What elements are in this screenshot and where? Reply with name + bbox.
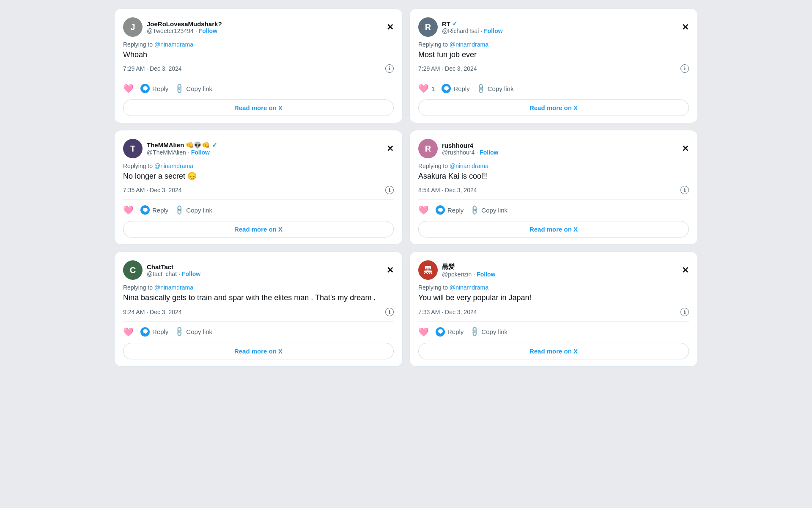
reply-svg: [143, 86, 148, 91]
separator: ·: [195, 28, 197, 34]
reply-bubble-icon: [140, 327, 150, 337]
tweet-card-4: R rushhour4 @rushhour4 · Follow ✕: [409, 130, 698, 245]
follow-button[interactable]: Follow: [182, 271, 200, 277]
tweet-meta: 7:33 AM · Dec 3, 2024 ℹ: [418, 308, 689, 316]
copy-link-action[interactable]: 🔗 Copy link: [175, 85, 212, 93]
user-info-group: 黒 黒髪 @pokerizin · Follow: [418, 260, 495, 280]
read-more-button[interactable]: Read more on X: [418, 343, 689, 359]
reply-bubble-icon: [442, 84, 451, 93]
handle-follow-row: @RichardTsai · Follow: [442, 28, 503, 34]
copy-link-action[interactable]: 🔗 Copy link: [175, 206, 212, 214]
verified-icon: ✓: [212, 141, 217, 149]
like-action[interactable]: 🩷: [418, 205, 429, 215]
link-icon: 🔗: [174, 204, 186, 216]
user-details: rushhour4 @rushhour4 · Follow: [442, 142, 498, 156]
avatar-initials: T: [123, 139, 143, 158]
copy-link-action[interactable]: 🔗 Copy link: [470, 328, 508, 336]
reply-action[interactable]: Reply: [140, 205, 168, 215]
timestamp: 7:29 AM · Dec 3, 2024: [123, 65, 182, 72]
verified-icon: ✓: [452, 20, 458, 28]
link-icon: 🔗: [475, 83, 487, 94]
follow-button[interactable]: Follow: [191, 149, 210, 156]
separator: ·: [178, 271, 180, 277]
copy-link-action[interactable]: 🔗 Copy link: [470, 206, 508, 214]
reply-action[interactable]: Reply: [436, 327, 464, 337]
tweet-card-3: T TheMMAlien 👊👽👊✓ @TheMMAlien · Follow: [114, 130, 403, 245]
tweet-text: Whoah: [123, 50, 394, 60]
reply-label: Reply: [447, 207, 464, 214]
copy-link-label: Copy link: [481, 207, 508, 214]
timestamp: 7:35 AM · Dec 3, 2024: [123, 187, 182, 193]
avatar[interactable]: R: [418, 17, 438, 37]
user-info-group: J JoeRoLovesaMudshark? @Tweeter123494 · …: [123, 17, 222, 37]
handle: @tact_chat: [147, 271, 177, 277]
user-details: TheMMAlien 👊👽👊✓ @TheMMAlien · Follow: [147, 141, 217, 156]
reply-action[interactable]: Reply: [140, 327, 168, 337]
info-icon[interactable]: ℹ: [680, 186, 689, 194]
x-logo-icon[interactable]: ✕: [387, 266, 394, 274]
copy-link-action[interactable]: 🔗 Copy link: [175, 328, 212, 336]
separator: ·: [188, 149, 189, 156]
like-action[interactable]: 🩷 1: [418, 83, 435, 94]
reply-svg: [143, 207, 148, 213]
reply-label: Reply: [152, 328, 168, 335]
like-action[interactable]: 🩷: [418, 327, 429, 337]
tweet-meta: 9:24 AM · Dec 3, 2024 ℹ: [123, 308, 394, 316]
action-bar: 🩷 Reply 🔗 Copy link: [418, 321, 689, 337]
x-logo-icon[interactable]: ✕: [682, 144, 689, 153]
x-logo-icon[interactable]: ✕: [682, 23, 689, 31]
link-icon: 🔗: [174, 326, 186, 338]
avatar[interactable]: J: [123, 17, 143, 37]
follow-button[interactable]: Follow: [480, 149, 498, 156]
avatar[interactable]: R: [418, 139, 438, 158]
like-action[interactable]: 🩷: [123, 205, 134, 215]
x-logo-icon[interactable]: ✕: [387, 144, 394, 153]
user-details: 黒髪 @pokerizin · Follow: [442, 263, 495, 278]
like-action[interactable]: 🩷: [123, 327, 134, 337]
reply-action[interactable]: Reply: [140, 84, 168, 93]
replying-to-handle: @ninamdrama: [154, 284, 193, 291]
action-bar: 🩷 Reply 🔗 Copy link: [418, 199, 689, 215]
user-info-group: C ChatTact @tact_chat · Follow: [123, 260, 200, 280]
info-icon[interactable]: ℹ: [680, 64, 689, 73]
avatar[interactable]: C: [123, 260, 143, 280]
heart-icon: 🩷: [418, 83, 429, 94]
copy-link-action[interactable]: 🔗 Copy link: [477, 85, 514, 93]
action-bar: 🩷 1 Reply 🔗 Copy link: [418, 78, 689, 94]
reply-action[interactable]: Reply: [436, 205, 464, 215]
display-name: TheMMAlien 👊👽👊✓: [147, 141, 217, 149]
x-logo-icon[interactable]: ✕: [387, 23, 394, 31]
follow-button[interactable]: Follow: [484, 28, 502, 34]
card-header: R rushhour4 @rushhour4 · Follow ✕: [418, 139, 689, 158]
read-more-button[interactable]: Read more on X: [123, 99, 394, 116]
avatar[interactable]: T: [123, 139, 143, 158]
heart-icon: 🩷: [123, 83, 134, 94]
reply-svg: [438, 329, 443, 334]
info-icon[interactable]: ℹ: [385, 186, 394, 194]
card-header: T TheMMAlien 👊👽👊✓ @TheMMAlien · Follow: [123, 139, 394, 158]
read-more-button[interactable]: Read more on X: [123, 221, 394, 237]
reply-action[interactable]: Reply: [442, 84, 469, 93]
user-details: JoeRoLovesaMudshark? @Tweeter123494 · Fo…: [147, 20, 222, 34]
read-more-button[interactable]: Read more on X: [123, 343, 394, 359]
separator: ·: [480, 28, 482, 34]
info-icon[interactable]: ℹ: [385, 308, 394, 316]
read-more-button[interactable]: Read more on X: [418, 221, 689, 237]
info-icon[interactable]: ℹ: [680, 308, 689, 316]
follow-button[interactable]: Follow: [477, 271, 495, 278]
replying-to-label: Replying to @ninamdrama: [123, 163, 394, 169]
tweet-card-5: C ChatTact @tact_chat · Follow ✕: [114, 251, 403, 366]
reply-bubble-icon: [436, 205, 445, 215]
tweet-text: No longer a secret 😞: [123, 171, 394, 182]
follow-button[interactable]: Follow: [199, 28, 217, 34]
replying-to-handle: @ninamdrama: [154, 41, 193, 48]
card-header: 黒 黒髪 @pokerizin · Follow ✕: [418, 260, 689, 280]
info-icon[interactable]: ℹ: [385, 64, 394, 73]
tweet-meta: 7:29 AM · Dec 3, 2024 ℹ: [418, 64, 689, 73]
read-more-button[interactable]: Read more on X: [418, 99, 689, 116]
x-logo-icon[interactable]: ✕: [682, 266, 689, 274]
link-icon: 🔗: [174, 83, 186, 94]
like-action[interactable]: 🩷: [123, 83, 134, 94]
avatar[interactable]: 黒: [418, 260, 438, 280]
action-bar: 🩷 Reply 🔗 Copy link: [123, 78, 394, 94]
